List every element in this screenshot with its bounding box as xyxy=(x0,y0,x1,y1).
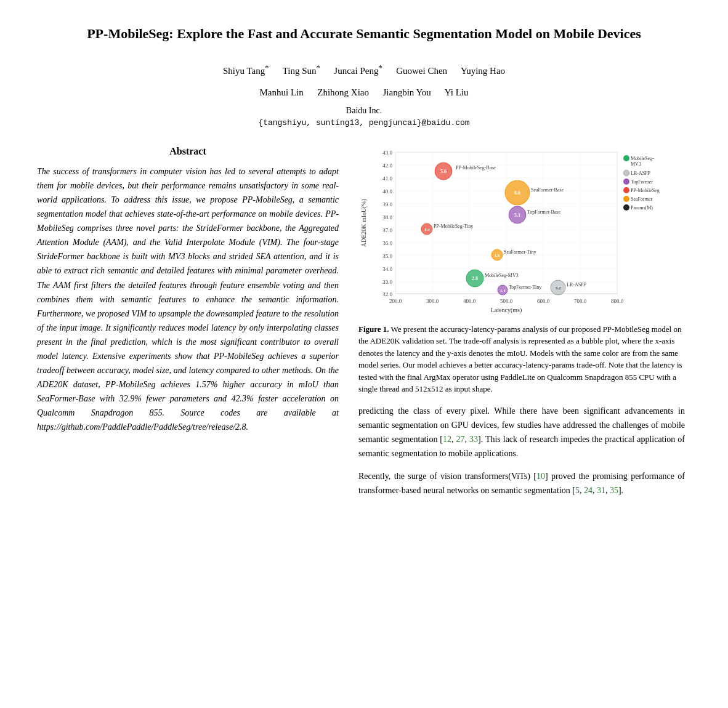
svg-text:MobileSeg-MV3: MobileSeg-MV3 xyxy=(485,273,519,278)
body-text-2: Recently, the surge of vision transforme… xyxy=(358,469,685,497)
svg-text:38.0: 38.0 xyxy=(382,214,392,220)
svg-text:MobileSeg-: MobileSeg- xyxy=(631,156,654,161)
authors-line2: Manhui Lin Zhihong Xiao Jiangbin You Yi … xyxy=(37,84,691,101)
svg-text:TopFormer-Tiny: TopFormer-Tiny xyxy=(509,284,541,290)
abstract-title: Abstract xyxy=(37,146,339,157)
svg-text:1.4: 1.4 xyxy=(500,288,506,293)
svg-text:2.8: 2.8 xyxy=(472,276,478,281)
svg-text:PP-MobileSeg-Tiny: PP-MobileSeg-Tiny xyxy=(434,223,473,229)
svg-text:43.0: 43.0 xyxy=(382,150,392,156)
svg-text:SeaFormer-Base: SeaFormer-Base xyxy=(531,187,564,193)
svg-point-67 xyxy=(623,170,629,176)
svg-text:ADE20K mIoU(%): ADE20K mIoU(%) xyxy=(360,199,368,247)
svg-point-69 xyxy=(623,179,629,185)
svg-text:800.0: 800.0 xyxy=(611,298,624,304)
svg-text:PP-MobileSeg: PP-MobileSeg xyxy=(631,188,660,193)
body-text-1: predicting the class of every pixel. Whi… xyxy=(358,404,685,461)
svg-text:35.0: 35.0 xyxy=(382,253,392,259)
svg-point-64 xyxy=(623,155,629,161)
svg-text:3.2: 3.2 xyxy=(556,286,561,291)
svg-text:300.0: 300.0 xyxy=(426,298,439,304)
svg-text:MV3: MV3 xyxy=(631,161,641,167)
svg-text:37.0: 37.0 xyxy=(382,227,392,233)
chart-area: 43.0 42.0 41.0 40.0 39.0 38.0 37.0 36.0 … xyxy=(358,146,685,318)
svg-text:SeaFormer-Tiny: SeaFormer-Tiny xyxy=(504,249,536,255)
svg-text:500.0: 500.0 xyxy=(500,298,513,304)
svg-text:200.0: 200.0 xyxy=(389,298,402,304)
svg-text:Latency(ms): Latency(ms) xyxy=(491,307,522,314)
svg-text:39.0: 39.0 xyxy=(382,201,392,207)
svg-point-71 xyxy=(623,187,629,193)
bubble-chart: 43.0 42.0 41.0 40.0 39.0 38.0 37.0 36.0 … xyxy=(358,146,685,318)
left-column: Abstract The success of transformers in … xyxy=(37,146,339,498)
svg-text:1.4: 1.4 xyxy=(424,227,430,232)
svg-text:Params(M): Params(M) xyxy=(631,205,653,211)
affiliation: Baidu Inc. xyxy=(37,106,691,116)
svg-text:700.0: 700.0 xyxy=(574,298,587,304)
svg-text:400.0: 400.0 xyxy=(463,298,476,304)
svg-text:1.6: 1.6 xyxy=(495,253,500,258)
svg-point-75 xyxy=(623,204,629,211)
svg-text:34.0: 34.0 xyxy=(382,266,392,272)
svg-text:36.0: 36.0 xyxy=(382,240,392,246)
svg-text:41.0: 41.0 xyxy=(382,175,392,182)
right-column: 43.0 42.0 41.0 40.0 39.0 38.0 37.0 36.0 … xyxy=(358,146,685,498)
page-title: PP-MobileSeg: Explore the Fast and Accur… xyxy=(37,25,691,44)
svg-text:5.6: 5.6 xyxy=(440,169,447,174)
svg-text:42.0: 42.0 xyxy=(382,163,392,169)
svg-text:33.0: 33.0 xyxy=(382,279,392,285)
svg-text:600.0: 600.0 xyxy=(537,298,550,304)
svg-point-73 xyxy=(623,196,629,202)
svg-text:TopFormer-Base: TopFormer-Base xyxy=(527,209,560,215)
authors-line1: Shiyu Tang* Ting Sun* Juncai Peng* Guowe… xyxy=(37,61,691,79)
svg-text:40.0: 40.0 xyxy=(382,188,392,195)
svg-text:SeaFormer: SeaFormer xyxy=(631,196,652,202)
svg-text:PP-MobileSeg-Base: PP-MobileSeg-Base xyxy=(456,165,496,171)
svg-text:5.1: 5.1 xyxy=(514,212,520,218)
svg-text:32.0: 32.0 xyxy=(382,291,392,297)
figure-1: 43.0 42.0 41.0 40.0 39.0 38.0 37.0 36.0 … xyxy=(358,146,685,395)
svg-text:TopFormer: TopFormer xyxy=(631,179,653,185)
svg-text:LR-ASPP: LR-ASPP xyxy=(567,282,587,288)
svg-text:LR-ASPP: LR-ASPP xyxy=(631,171,651,176)
abstract-text: The success of transformers in computer … xyxy=(37,164,339,435)
svg-text:8.6: 8.6 xyxy=(514,190,520,196)
email: {tangshiyu, sunting13, pengjuncai}@baidu… xyxy=(37,118,691,127)
figure-caption: Figure 1. We present the accuracy-latenc… xyxy=(358,323,685,395)
